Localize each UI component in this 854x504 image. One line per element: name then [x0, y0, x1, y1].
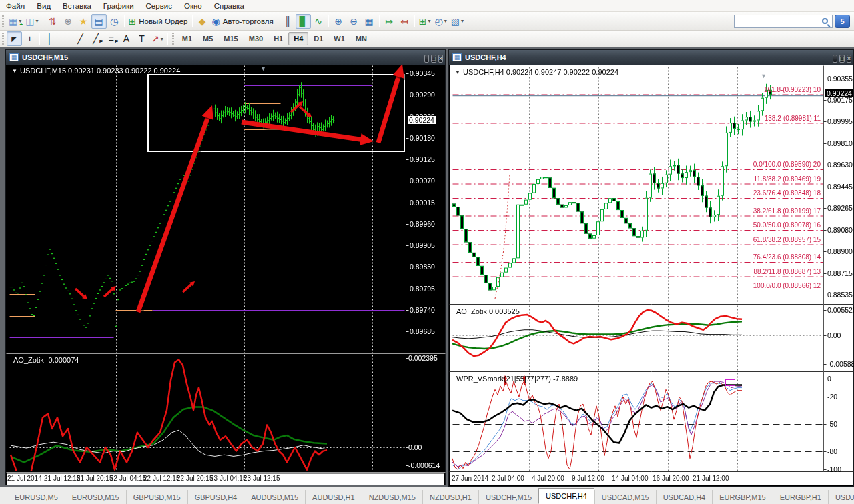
- chart-tab-GBPUSD,H4[interactable]: GBPUSD,H4: [187, 490, 244, 504]
- search-input[interactable]: [734, 15, 833, 28]
- chart-window-icon: ▦: [9, 53, 19, 61]
- toolbar-grip: [172, 33, 174, 45]
- search-area: 5: [734, 15, 850, 28]
- time-axis-strip[interactable]: [450, 473, 853, 485]
- zoom-out-button[interactable]: ⊖: [346, 14, 362, 29]
- text-button[interactable]: A: [119, 31, 134, 46]
- chart-tab-USDCHF,H4[interactable]: USDCHF,H4: [538, 488, 594, 504]
- chart-tab-USDCAD,M15[interactable]: USDCAD,M15: [594, 490, 656, 504]
- toolbar-separator: [192, 15, 193, 27]
- crosshair-button[interactable]: +: [22, 31, 37, 46]
- menu-item-Файл[interactable]: Файл: [0, 1, 31, 11]
- strategy-tester-button[interactable]: ◷: [107, 14, 122, 29]
- trendline-button[interactable]: ╱: [73, 31, 88, 46]
- new-order-button[interactable]: ⊞Новый Ордер: [127, 14, 190, 29]
- crosshair-icon: +: [27, 33, 32, 44]
- new-chart-button[interactable]: ▦+▾: [7, 14, 23, 29]
- chart-tab-EURGBP,M15[interactable]: EURGBP,M15: [712, 490, 773, 504]
- profiles-icon: ◫: [25, 16, 34, 27]
- vertical-line-icon: │: [47, 33, 53, 44]
- candlestick-chart-button[interactable]: ▊: [296, 14, 311, 29]
- new-order-icon: ⊞: [129, 16, 137, 27]
- candlestick-chart-icon: ▊: [300, 16, 307, 27]
- menu-item-Справка[interactable]: Справка: [208, 1, 250, 11]
- market-watch-icon: ⇅: [49, 16, 57, 27]
- chart-tab-EURGBP,H1[interactable]: EURGBP,H1: [773, 490, 828, 504]
- menu-item-Сервис[interactable]: Сервис: [140, 1, 178, 11]
- minimize-button[interactable]: –: [833, 55, 837, 63]
- equidistant-channel-button[interactable]: ╱E: [88, 31, 103, 46]
- chart-tab-USDCHF,M15[interactable]: USDCHF,M15: [478, 490, 538, 504]
- chart-tab-NZDUSD,H1[interactable]: NZDUSD,H1: [422, 490, 478, 504]
- toolbar-button-label: Новый Ордер: [139, 17, 187, 25]
- chart-tab-USDCAD,H4[interactable]: USDCAD,H4: [656, 490, 713, 504]
- bar-chart-button[interactable]: ║: [280, 14, 296, 29]
- mdi-workspace: ▦ USDCHF,M15 –□× ▦ USDCHF,H4 –□×: [0, 48, 854, 487]
- timeframe-button-M1[interactable]: M1: [177, 32, 197, 45]
- data-window-button[interactable]: ⊕: [61, 14, 76, 29]
- minimize-button[interactable]: –: [424, 55, 429, 63]
- auto-scroll-button[interactable]: ↦: [382, 14, 397, 29]
- timeframe-button-M5[interactable]: M5: [197, 32, 218, 45]
- templates-button[interactable]: ▧▾: [449, 14, 466, 29]
- toolbar-separator: [43, 15, 43, 27]
- strategy-tester-icon: ◷: [110, 16, 118, 27]
- maximize-button[interactable]: □: [839, 55, 844, 63]
- new-chart-icon: ▦: [9, 16, 17, 27]
- chart-tab-USDJPY,M15[interactable]: USDJPY,M15: [828, 490, 854, 504]
- chart-shift-button[interactable]: ↤: [397, 14, 412, 29]
- market-watch-button[interactable]: ⇅: [45, 14, 61, 29]
- chart-tab-NZDUSD,M15[interactable]: NZDUSD,M15: [362, 490, 422, 504]
- chevron-down-icon: ▾: [461, 18, 464, 24]
- tile-windows-button[interactable]: ▦: [362, 14, 377, 29]
- chart-area-m15[interactable]: [7, 65, 444, 484]
- line-chart-button[interactable]: ∿: [311, 14, 326, 29]
- maximize-button[interactable]: □: [431, 55, 436, 63]
- timeframe-button-H1[interactable]: H1: [268, 32, 288, 45]
- horizontal-line-button[interactable]: ─: [57, 31, 73, 46]
- notification-badge[interactable]: 5: [835, 15, 850, 28]
- timeframe-button-M15[interactable]: M15: [218, 32, 243, 45]
- chart-tab-EURUSD,M15[interactable]: EURUSD,M15: [65, 490, 126, 504]
- chart-tab-EURUSD,M5[interactable]: EURUSD,M5: [8, 490, 65, 504]
- cursor-button[interactable]: ◤: [7, 31, 22, 46]
- menu-item-Вставка[interactable]: Вставка: [57, 1, 97, 11]
- profiles-button[interactable]: ◫▾: [23, 14, 40, 29]
- indicators-button[interactable]: ⊞▾: [417, 14, 433, 29]
- terminal-button[interactable]: ▤: [91, 14, 107, 29]
- menu-item-Окно[interactable]: Окно: [178, 1, 208, 11]
- close-button[interactable]: ×: [438, 55, 443, 63]
- timeframe-button-D1[interactable]: D1: [308, 32, 328, 45]
- toolbar-separator: [328, 15, 329, 27]
- fibonacci-button[interactable]: ≡F: [103, 31, 119, 46]
- timeframe-button-M30[interactable]: M30: [244, 32, 268, 45]
- navigator-button[interactable]: ★: [76, 14, 91, 29]
- periods-button[interactable]: ◴▾: [432, 14, 448, 29]
- arrows-tool-button[interactable]: ↗▾: [149, 31, 165, 46]
- auto-trading-button[interactable]: ◉Авто-торговля: [210, 14, 276, 29]
- chart-area-h4[interactable]: [450, 65, 853, 485]
- menu-item-Вид[interactable]: Вид: [31, 1, 57, 11]
- toolbar-button-label: Авто-торговля: [223, 17, 274, 25]
- menu-item-Графики[interactable]: Графики: [97, 1, 140, 11]
- time-axis-strip[interactable]: [7, 473, 444, 485]
- chart-tab-AUDUSD,M15[interactable]: AUDUSD,M15: [244, 490, 305, 504]
- timeframe-button-MN[interactable]: MN: [350, 32, 372, 45]
- menu-bar: ФайлВидВставкаГрафикиСервисОкноСправка: [0, 0, 854, 12]
- close-button[interactable]: ×: [847, 55, 851, 63]
- equidistant-channel-icon: ╱: [93, 33, 98, 44]
- zoom-in-button[interactable]: ⊕: [331, 14, 346, 29]
- arrows-tool-icon: ↗: [151, 33, 159, 44]
- timeframe-button-W1[interactable]: W1: [328, 32, 350, 45]
- timeframe-button-H4[interactable]: H4: [288, 32, 308, 45]
- chart-tab-GBPUSD,M15[interactable]: GBPUSD,M15: [126, 490, 187, 504]
- vertical-line-button[interactable]: │: [42, 31, 57, 46]
- window-titlebar[interactable]: ▦ USDCHF,H4 –□×: [449, 50, 853, 65]
- text-label-button[interactable]: T: [134, 31, 149, 46]
- chart-tab-AUDUSD,H1[interactable]: AUDUSD,H1: [305, 490, 362, 504]
- window-titlebar[interactable]: ▦ USDCHF,M15 –□×: [6, 50, 445, 65]
- metaeditor-button[interactable]: ◆: [195, 14, 210, 29]
- toolbar-separator: [39, 33, 40, 45]
- toolbar-grip: [2, 33, 4, 45]
- chart-tab-bar: EURUSD,M5EURUSD,M15GBPUSD,M15GBPUSD,H4AU…: [0, 487, 854, 504]
